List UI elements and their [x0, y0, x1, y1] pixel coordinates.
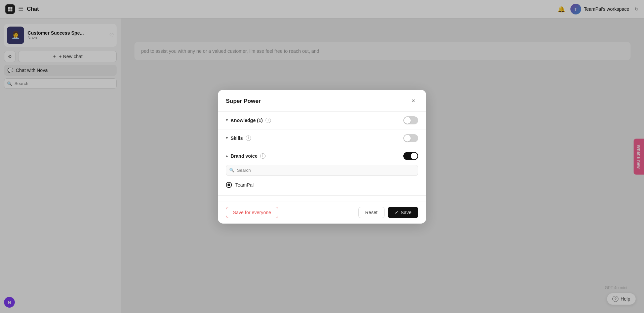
knowledge-header[interactable]: ▾ Knowledge (1) i — [218, 112, 426, 129]
save-button[interactable]: ✓ Save — [388, 207, 418, 218]
modal-close-button[interactable]: × — [409, 96, 418, 106]
reset-button[interactable]: Reset — [358, 207, 385, 218]
skills-header-left: ▾ Skills i — [226, 135, 251, 141]
modal-footer: Save for everyone Reset ✓ Save — [218, 201, 426, 224]
brand-voice-header[interactable]: ▴ Brand voice i — [218, 147, 426, 165]
brand-voice-search-input[interactable] — [226, 165, 418, 176]
save-for-everyone-button[interactable]: Save for everyone — [226, 207, 278, 218]
skills-section: ▾ Skills i — [218, 129, 426, 147]
modal-body: ▾ Knowledge (1) i ▾ Skills i — [218, 112, 426, 201]
teampal-radio[interactable] — [226, 182, 232, 188]
skills-chevron: ▾ — [226, 136, 228, 140]
brand-voice-search-icon: 🔍 — [229, 168, 234, 172]
modal-title: Super Power — [226, 98, 261, 105]
skills-header[interactable]: ▾ Skills i — [218, 129, 426, 147]
knowledge-header-left: ▾ Knowledge (1) i — [226, 118, 271, 123]
footer-right: Reset ✓ Save — [358, 207, 418, 218]
brand-voice-toggle-knob — [411, 153, 417, 159]
knowledge-toggle-knob — [404, 117, 411, 124]
brand-voice-header-left: ▴ Brand voice i — [226, 153, 266, 159]
teampal-label: TeamPal — [235, 182, 253, 188]
skills-toggle[interactable] — [403, 134, 418, 142]
save-label: Save — [401, 210, 411, 215]
knowledge-section: ▾ Knowledge (1) i — [218, 112, 426, 129]
super-power-modal: Super Power × ▾ Knowledge (1) i — [218, 90, 426, 224]
knowledge-label: Knowledge (1) — [231, 118, 263, 123]
knowledge-chevron: ▾ — [226, 118, 228, 122]
skills-toggle-knob — [404, 135, 411, 142]
brand-voice-label: Brand voice — [231, 153, 257, 159]
knowledge-toggle[interactable] — [403, 116, 418, 124]
modal-overlay[interactable]: Super Power × ▾ Knowledge (1) i — [0, 0, 644, 313]
skills-info-icon[interactable]: i — [246, 135, 251, 141]
modal-header: Super Power × — [218, 90, 426, 112]
brand-voice-toggle[interactable] — [403, 152, 418, 160]
brand-voice-section: ▴ Brand voice i 🔍 TeamPal — [218, 147, 426, 196]
brand-voice-search-wrapper: 🔍 — [226, 165, 418, 176]
skills-label: Skills — [231, 135, 243, 141]
save-check-icon: ✓ — [395, 210, 399, 215]
brand-voice-info-icon[interactable]: i — [260, 153, 266, 159]
knowledge-info-icon[interactable]: i — [266, 118, 271, 123]
teampal-option[interactable]: TeamPal — [226, 180, 418, 190]
brand-voice-body: 🔍 TeamPal — [218, 165, 426, 195]
brand-voice-chevron: ▴ — [226, 154, 228, 158]
